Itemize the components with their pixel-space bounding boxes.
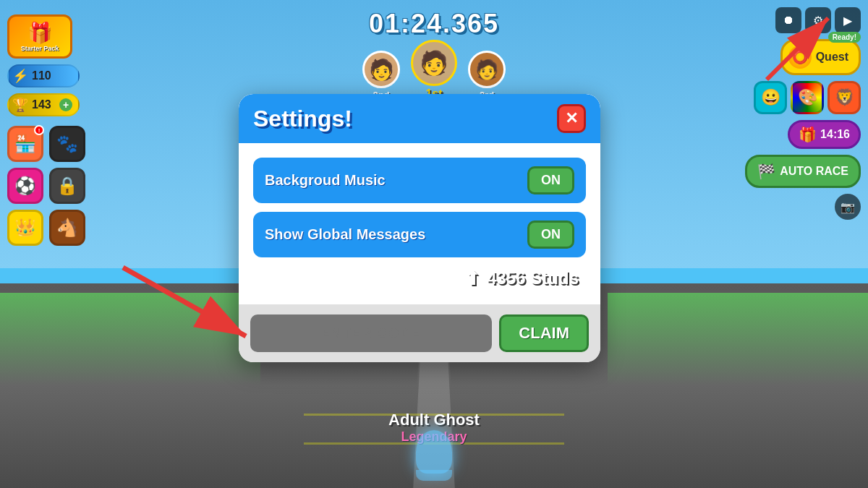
color-wheel-button[interactable]: 🎨 [791,81,824,114]
starter-pack-button[interactable]: 🎁 Starter Pack [7,14,72,59]
trophy-icon: 🏆 [12,97,28,113]
checkered-flag-icon: 🏁 [757,163,775,180]
right-sidebar: ⏺ ⚙ ▶ ⭕ Quest Ready! 😀 🎨 🦁 🎁 14:16 🏁 AUT… [745,7,861,220]
global-messages-setting: Show Global Messages ON [253,212,586,257]
emoji-button[interactable]: 😀 [754,81,787,114]
modal-title: Settings! [253,106,352,132]
gift-icon: 🎁 [27,21,53,45]
starter-pack-label: Starter Pack [21,45,59,52]
player-3rd: 🧑 3rd [468,51,506,100]
menu-button[interactable]: ▶ [835,7,861,33]
screenshot-button[interactable]: 📷 [835,194,861,220]
quest-label: Quest [816,51,848,64]
modal-header: Settings! ✕ [239,94,600,143]
quest-button[interactable]: ⭕ Quest [780,39,861,75]
avatar-2nd: 🧑 [362,51,400,88]
gift-time-value: 14:16 [820,128,850,141]
add-trophy-button[interactable]: + [59,98,72,111]
global-messages-toggle[interactable]: ON [527,221,574,249]
avatar-3rd: 🧑 [468,51,506,88]
lion-button[interactable]: 🦁 [827,81,861,114]
global-messages-label: Show Global Messages [265,226,425,243]
lightning-icon: ⚡ [12,68,28,84]
gift-timer: 🎁 14:16 [788,120,861,149]
trophy-value: 143 [32,98,56,111]
right-icons-grid: 😀 🎨 🦁 [754,81,861,114]
player-2nd: 🧑 2nd [362,51,400,100]
sidebar-row-1: 🏪 ! 🐾 [7,126,85,162]
sidebar-row-3: 👑 🐴 [7,210,85,246]
lock-button[interactable]: 🔒 [49,168,85,204]
gift-timer-icon: 🎁 [799,126,817,143]
auto-race-label: AUTO RACE [780,165,848,178]
ball-button[interactable]: ⚽ [7,168,43,204]
ready-badge: Ready! [828,32,861,43]
trophy-stat: 🏆 143 + [7,93,80,116]
bg-music-toggle[interactable]: ON [527,166,574,194]
modal-body: Backgroud Music ON Show Global Messages … [239,143,600,304]
game-timer: 01:24.365 [369,9,499,39]
settings-modal: Settings! ✕ Backgroud Music ON Show Glob… [239,94,600,362]
modal-footer: CLAIM [239,304,600,362]
shop-button[interactable]: 🏪 ! [7,126,43,162]
background-music-setting: Backgroud Music ON [253,158,586,203]
notification-dot: ! [34,125,44,135]
record-button[interactable]: ⏺ [775,7,801,33]
code-input[interactable] [250,314,492,352]
claim-button[interactable]: CLAIM [499,314,589,352]
quest-icon: ⭕ [788,46,812,69]
studs-annotation: ⬆ 4356 Studs [253,266,586,290]
pet-ghost [416,430,452,474]
quest-container: ⭕ Quest Ready! [780,39,861,75]
bg-music-label: Backgroud Music [265,172,386,189]
crown-button[interactable]: 👑 [7,210,43,246]
players-row: 🧑 2nd 🧑 1st 🧑 3rd [362,40,506,100]
paw-button[interactable]: 🐾 [49,126,85,162]
settings-button[interactable]: ⚙ [805,7,831,33]
modal-close-button[interactable]: ✕ [557,104,586,133]
up-arrow-icon: ⬆ [464,266,481,290]
player-1st: 🧑 1st [411,40,457,100]
top-icons-row: ⏺ ⚙ ▶ [775,7,861,33]
left-sidebar: 🎁 Starter Pack ⚡ 110 🏆 143 + 🏪 ! 🐾 ⚽ 🔒 👑… [7,14,85,246]
pet-name: Adult Ghost [388,411,480,429]
avatar-1st: 🧑 [411,40,457,86]
sidebar-icons: 🏪 ! 🐾 ⚽ 🔒 👑 🐴 [7,126,85,246]
sidebar-row-2: ⚽ 🔒 [7,168,85,204]
horse-button[interactable]: 🐴 [49,210,85,246]
lightning-stat: ⚡ 110 [7,64,80,87]
auto-race-button[interactable]: 🏁 AUTO RACE [745,155,861,188]
studs-value: 4356 Studs [487,268,579,288]
lightning-value: 110 [32,69,72,82]
